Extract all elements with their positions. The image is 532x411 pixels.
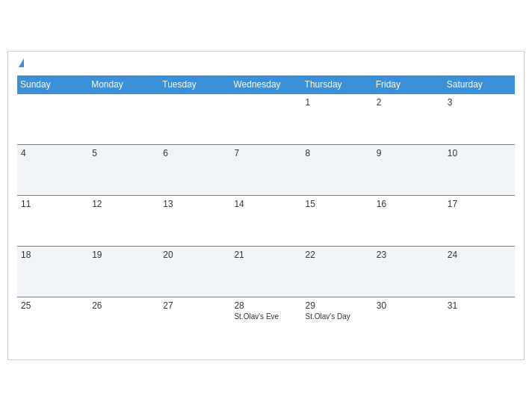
calendar-cell: 17 [444,195,515,246]
calendar-cell: 11 [17,195,88,246]
day-number: 31 [448,300,511,311]
calendar-cell: 3 [444,93,515,144]
calendar-cell: 13 [159,195,230,246]
day-number: 25 [21,300,84,311]
weekday-monday: Monday [88,75,159,94]
logo-triangle-icon [19,58,24,67]
calendar-cell: 2 [373,93,444,144]
day-number: 28 [234,300,297,311]
weekday-sunday: Sunday [17,75,88,94]
weekday-thursday: Thursday [302,75,373,94]
day-number: 5 [92,148,155,158]
day-number: 11 [21,199,84,209]
calendar-cell: 5 [88,144,159,195]
calendar-cell [17,93,88,144]
day-number: 10 [448,148,511,158]
calendar-cell: 28St.Olav's Eve [230,297,301,347]
day-number: 18 [21,250,84,260]
calendar-cell: 1 [302,93,373,144]
calendar-cell: 8 [302,144,373,195]
calendar-cell: 31 [444,297,515,347]
calendar-cell: 23 [373,246,444,297]
logo [17,59,24,68]
day-number: 27 [163,300,226,311]
calendar-cell: 25 [17,297,88,347]
day-number: 19 [92,250,155,260]
calendar-cell [88,93,159,144]
week-row-4: 25262728St.Olav's Eve29St.Olav's Day3031 [17,297,515,347]
week-row-1: 45678910 [17,144,515,195]
day-number: 30 [377,300,440,311]
calendar-grid: SundayMondayTuesdayWednesdayThursdayFrid… [17,75,515,348]
week-row-0: 123 [17,93,515,144]
calendar-header [17,59,515,68]
day-number: 20 [163,250,226,260]
day-number: 6 [163,148,226,158]
day-number: 15 [306,199,369,209]
calendar-cell: 15 [302,195,373,246]
calendar-cell: 4 [17,144,88,195]
day-number: 16 [377,199,440,209]
day-number: 8 [306,148,369,158]
day-number: 9 [377,148,440,158]
day-number: 12 [92,199,155,209]
calendar-cell: 29St.Olav's Day [302,297,373,347]
calendar-cell: 27 [159,297,230,347]
day-number: 2 [377,97,440,108]
weekday-tuesday: Tuesday [159,75,230,94]
calendar-cell [159,93,230,144]
calendar-cell: 7 [230,144,301,195]
calendar-cell: 19 [88,246,159,297]
event-text: St.Olav's Day [306,312,369,321]
day-number: 1 [306,97,369,108]
day-number: 21 [234,250,297,260]
weekday-saturday: Saturday [444,75,515,94]
day-number: 13 [163,199,226,209]
event-text: St.Olav's Eve [234,312,297,321]
day-number: 22 [306,250,369,260]
weekday-friday: Friday [373,75,444,94]
calendar-cell: 30 [373,297,444,347]
calendar-cell: 14 [230,195,301,246]
day-number: 29 [306,300,369,311]
calendar-cell: 26 [88,297,159,347]
week-row-2: 11121314151617 [17,195,515,246]
calendar-cell: 21 [230,246,301,297]
day-number: 14 [234,199,297,209]
day-number: 24 [448,250,511,260]
weekday-header-row: SundayMondayTuesdayWednesdayThursdayFrid… [17,75,515,94]
calendar-cell: 24 [444,246,515,297]
week-row-3: 18192021222324 [17,246,515,297]
day-number: 3 [448,97,511,108]
calendar-wrapper: SundayMondayTuesdayWednesdayThursdayFrid… [7,51,525,361]
weekday-wednesday: Wednesday [230,75,301,94]
day-number: 7 [234,148,297,158]
calendar-cell: 20 [159,246,230,297]
calendar-cell: 10 [444,144,515,195]
day-number: 23 [377,250,440,260]
day-number: 17 [448,199,511,209]
calendar-cell: 22 [302,246,373,297]
calendar-cell [230,93,301,144]
calendar-cell: 18 [17,246,88,297]
day-number: 4 [21,148,84,158]
calendar-cell: 16 [373,195,444,246]
calendar-cell: 12 [88,195,159,246]
calendar-cell: 6 [159,144,230,195]
calendar-cell: 9 [373,144,444,195]
day-number: 26 [92,300,155,311]
